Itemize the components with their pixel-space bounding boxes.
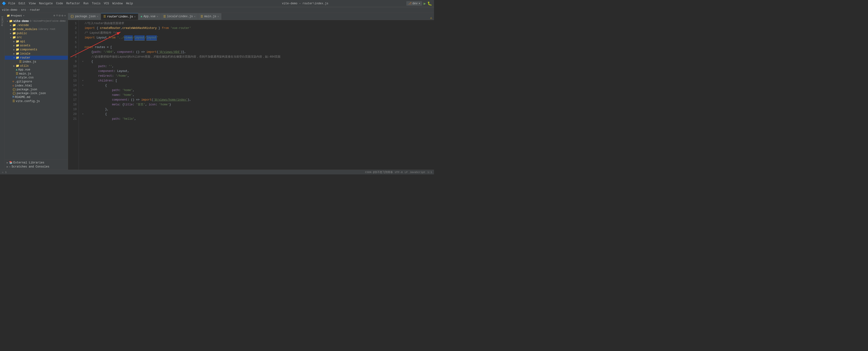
tab-bar: {} package.json ✕ ☰ router\index.js ✕ ▲ … (68, 13, 434, 20)
panel-icon-project[interactable]: Project (0, 14, 4, 28)
tab-app-vue[interactable]: ▲ App.vue ✕ (138, 13, 161, 20)
tab-label-main-js: main.js (204, 15, 216, 18)
code-line-18: meta : { title : '首页' , icon : 'home' } (81, 102, 434, 107)
menu-tools[interactable]: Tools (91, 1, 102, 6)
code-line-17: component : () => import ( '@/views/home… (81, 97, 434, 102)
menu-refactor[interactable]: Refactor (65, 1, 82, 6)
file-type[interactable]: JavaScript (410, 171, 425, 174)
code-line-2: import { createRouter , createWebHashHis… (81, 26, 434, 31)
line-num-12: 12 (68, 74, 79, 78)
menu-view[interactable]: View (27, 1, 37, 6)
code-line-3: /* Layout通用组件 */ (81, 31, 434, 35)
line-num-3: 3 (68, 31, 79, 35)
code-line-12: redirect : '/home' , (81, 74, 434, 78)
menu-navigate[interactable]: Navigate (37, 1, 54, 6)
code-line-21: path : 'hello' , (81, 117, 434, 121)
run-button[interactable]: ▶ (424, 1, 426, 6)
menu-code[interactable]: Code (55, 1, 64, 6)
breadcrumb-root[interactable]: vite-demo (2, 8, 18, 12)
tree-item-index-js[interactable]: ☰ index.js (5, 60, 68, 64)
breadcrumb: vite-demo › src › router (0, 7, 434, 13)
tree-item-router[interactable]: ▾ 📁 router (5, 56, 68, 60)
tree-item-utils[interactable]: ▶ 📁 utils (5, 64, 68, 68)
code-line-15: path : 'home' , (81, 88, 434, 93)
code-line-19: }, (81, 107, 434, 112)
cursor-position: 1:1 (427, 171, 432, 174)
breadcrumb-src[interactable]: src (21, 8, 26, 12)
line-ending[interactable]: LF (405, 171, 408, 174)
expand-icon[interactable]: ≡ (56, 14, 58, 18)
branch-selector[interactable]: ⎇ dev ▾ (406, 1, 422, 6)
tree-item-assets[interactable]: ▶ 📁 assets (5, 43, 68, 48)
status-bar: ⚠ 1 CSDN @张不怒飞翔青春 UTF-8 LF JavaScript 1:… (0, 170, 434, 174)
tree-item-external-libs[interactable]: ▶ 📚 External Libraries (5, 160, 68, 165)
close-icon[interactable]: ✕ (157, 15, 158, 18)
tree-item-readme[interactable]: M README.md (5, 95, 68, 99)
line-num-18: 18 (68, 102, 79, 107)
menu-file[interactable]: File (7, 1, 17, 6)
tree-item-root[interactable]: ▾ 📁 vite-demo D:\GiteeProject\vite-demo (5, 19, 68, 23)
tree-item-node-modules[interactable]: ▶ 📁 node_modules library root (5, 27, 68, 31)
line-numbers: 1 2 3 4 5 6 7 8 9 10 11 12 13 14 15 16 1 (68, 20, 79, 170)
menu-run[interactable]: Run (82, 1, 90, 6)
menu-vcs[interactable]: VCS (102, 1, 111, 6)
line-num-19: 19 (68, 107, 79, 112)
tree-item-style-css[interactable]: # style.css (5, 76, 68, 80)
code-line-8: //必须要把组件放在Layout的children里面，才能在侧边栏的右侧显示页… (81, 55, 434, 59)
tab-icon-package-json: {} (70, 15, 74, 18)
encoding[interactable]: UTF-8 (395, 171, 403, 174)
tree-item-components[interactable]: ▶ 📁 components (5, 48, 68, 52)
tree-item-app-vue[interactable]: ▲ App.vue (5, 68, 68, 72)
tree-item-api[interactable]: ▶ 📁 api (5, 39, 68, 43)
close-icon[interactable]: ✕ (217, 15, 219, 18)
tree-item-src[interactable]: ▾ 📁 src (5, 35, 68, 39)
settings-icon[interactable]: ⚙ (62, 14, 63, 18)
close-icon[interactable]: ✕ (134, 15, 135, 18)
close-icon[interactable]: ✕ (64, 14, 66, 18)
tree-item-package-json[interactable]: {} package.json (5, 88, 68, 91)
tree-item-vite-config[interactable]: ☰ vite.config.js (5, 99, 68, 103)
tab-main-js[interactable]: ☰ main.js ✕ (198, 13, 221, 20)
title-bar: 🔷 File Edit View Navigate Code Refactor … (0, 0, 434, 7)
close-icon[interactable]: ✕ (97, 15, 98, 18)
file-tree-header: 📁 Project ▾ ⊕ ≡ ⊟ ⚙ ✕ (5, 13, 68, 19)
code-line-4: import Layout from '../views/Layout/layo… (81, 35, 434, 40)
menu-window[interactable]: Window (111, 1, 124, 6)
tree-item-main-js[interactable]: ☰ main.js (5, 72, 68, 76)
debug-button[interactable]: 🐛 (427, 1, 432, 6)
tree-item-index-html[interactable]: ◇ index.html (5, 84, 68, 88)
code-line-13: ▾ children : [ (81, 78, 434, 83)
collapse-icon[interactable]: ⊟ (59, 14, 60, 18)
tree-item-public[interactable]: ▶ 📁 public (5, 31, 68, 35)
code-line-10: path : '' , (81, 64, 434, 69)
code-line-5 (81, 40, 434, 45)
branch-name: dev (412, 2, 418, 5)
tab-locale-index[interactable]: ☰ locale\index.js ✕ (161, 13, 198, 20)
window-title: vite-demo - router\index.js (282, 2, 328, 5)
code-content[interactable]: //引入router路由做页面请求 import { createRouter … (79, 20, 434, 170)
chevron-down-icon: ▾ (418, 2, 420, 5)
line-num-6: 6 (68, 45, 79, 50)
line-num-11: 11 (68, 69, 79, 74)
line-num-20: 20 (68, 112, 79, 117)
csdn-watermark: CSDN @张不怒飞翔青春 (365, 170, 393, 174)
line-num-21: 21 (68, 117, 79, 121)
editor: 1 2 3 4 5 6 7 8 9 10 11 12 13 14 15 16 1 (68, 20, 434, 170)
close-icon[interactable]: ✕ (194, 15, 195, 18)
breadcrumb-router[interactable]: router (30, 8, 40, 12)
code-line-20: ▾ { (81, 112, 434, 117)
file-tree-title-label: Project (11, 14, 22, 17)
locate-icon[interactable]: ⊕ (54, 14, 55, 18)
menu-help[interactable]: Help (125, 1, 134, 6)
tree-item-locale[interactable]: ▶ 📁 locale (5, 52, 68, 56)
tree-item-scratches[interactable]: ▶ ✏ Scratches and Consoles (5, 165, 68, 169)
menu-edit[interactable]: Edit (17, 1, 27, 6)
tab-router-index[interactable]: ☰ router\index.js ✕ (101, 13, 138, 20)
tree-item-gitignore[interactable]: ⊙ .gitignore (5, 80, 68, 84)
tree-item-package-lock-json[interactable]: {} package-lock.json (5, 91, 68, 95)
line-num-10: 10 (68, 64, 79, 69)
code-line-7: { path : '/404' , component : () => impo… (81, 50, 434, 55)
tab-package-json[interactable]: {} package.json ✕ (68, 13, 101, 20)
tree-item-vscode[interactable]: ▶ 📁 .vscode (5, 23, 68, 27)
warning-count[interactable]: ⚠ 1 (2, 171, 7, 174)
